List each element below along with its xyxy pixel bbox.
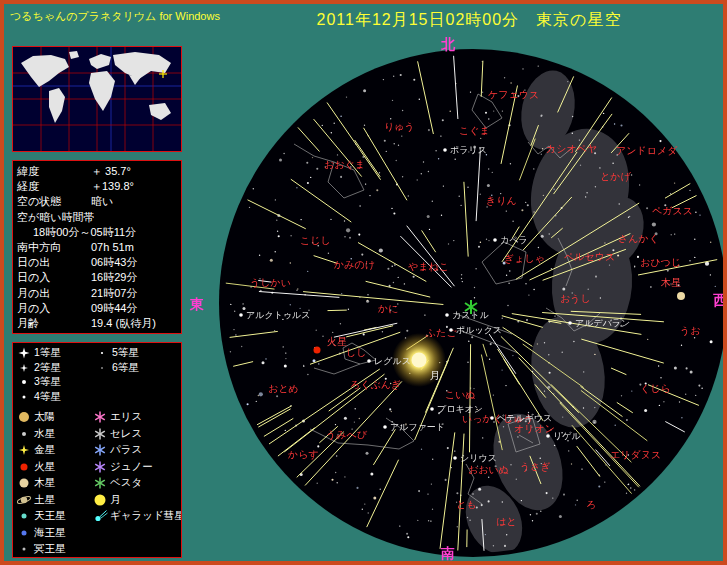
world-map[interactable] [13, 47, 181, 151]
star-label: ベテルギウス [497, 413, 552, 423]
legend-item-vesta: ベスタ [93, 475, 182, 492]
constellation-label: うしかい [250, 277, 291, 288]
info-row-sunset: 日の入16時29分 [17, 270, 177, 285]
star-label: カストル [452, 310, 489, 320]
legend-label: ジュノー [110, 460, 153, 474]
legend-item-moon: 月 [93, 492, 182, 509]
world-map-panel[interactable] [12, 46, 182, 152]
observation-info-rows: 緯度＋ 35.7°経度＋139.8°空の状態暗い空が暗い時間帯18時00分～05… [17, 164, 177, 331]
constellation-label: おひつじ [640, 257, 681, 268]
mag4-symbol [17, 390, 33, 404]
magnitude-label: 3等星 [34, 375, 61, 389]
legend-label: ベスタ [110, 476, 142, 490]
info-label: 経度 [17, 179, 91, 194]
ceres-symbol [93, 427, 109, 441]
info-value: ＋139.8° [91, 179, 134, 194]
pallas-symbol [93, 443, 109, 457]
constellation-label: ペルセウス [564, 251, 615, 262]
star-label: アルデバラン [575, 318, 630, 328]
constellation-label: おおいぬ [468, 464, 509, 475]
magnitude-row: 3等星 [17, 375, 177, 390]
sky-chart[interactable]: 月火星木星ケフェウスこぐまカシオペヤアンドロメダりゅうおおぐまとかげきりんペガス… [216, 46, 727, 560]
legend-item-sun: 太陽 [17, 409, 93, 426]
legend-item-comet-garradd: ギャラッド彗星 [93, 508, 182, 525]
legend-label: ギャラッド彗星 [110, 509, 182, 523]
constellation-label: はと [496, 516, 516, 527]
constellation-label: きりん [486, 195, 517, 206]
info-value: 19.4 (臥待月) [91, 316, 156, 331]
star-label: ポルックス [456, 325, 502, 335]
direction-label-east: 東 [190, 296, 204, 314]
legend-label: 木星 [34, 476, 55, 490]
constellation-label: うさぎ [520, 461, 551, 472]
magnitude-cell: 5等星 [95, 346, 173, 360]
direction-label-north: 北 [441, 36, 455, 54]
info-label: 空の状態 [17, 194, 91, 209]
legend-item-ceres: セレス [93, 426, 182, 443]
constellation-label: とかげ [600, 171, 631, 182]
constellation-label: オリオン [514, 423, 555, 434]
mag5-symbol [95, 346, 111, 360]
info-label: 空が暗い時間帯 [17, 210, 91, 225]
legend-item-saturn: 土星 [17, 492, 93, 509]
sky-map[interactable]: 月火星木星ケフェウスこぐまカシオペヤアンドロメダりゅうおおぐまとかげきりんペガス… [216, 46, 727, 560]
jupiter-symbol [17, 476, 33, 490]
constellation-label: とも [456, 499, 476, 510]
constellation-label: おうし [560, 293, 591, 304]
legend-item-venus: 金星 [17, 442, 93, 459]
magnitude-label: 1等星 [34, 346, 61, 360]
mag1-symbol [17, 346, 33, 360]
mars-marker[interactable] [314, 347, 321, 354]
mag3-symbol [17, 375, 33, 389]
info-label: 日の出 [17, 255, 91, 270]
info-row-latitude: 緯度＋ 35.7° [17, 164, 177, 179]
legend-label: 水星 [34, 427, 55, 441]
info-row-moonrise: 月の出21時07分 [17, 286, 177, 301]
pluto-symbol [17, 542, 33, 556]
object-legend-right: エリスセレスパラスジュノーベスタ月ギャラッド彗星 [93, 409, 182, 558]
moon-marker[interactable] [412, 353, 427, 368]
info-row-moon-age: 月齢19.4 (臥待月) [17, 316, 177, 331]
constellation-label: かに [378, 303, 398, 314]
legend-item-mars: 火星 [17, 459, 93, 476]
sky-title: 2011年12月15日02時00分 東京の星空 [214, 10, 724, 31]
legend-item-pluto: 冥王星 [17, 541, 93, 558]
constellation-label: おおぐま [324, 159, 365, 170]
constellation-label: おとめ [268, 383, 299, 394]
info-value: 21時07分 [91, 286, 137, 301]
observation-info-panel: 緯度＋ 35.7°経度＋139.8°空の状態暗い空が暗い時間帯18時00分～05… [12, 160, 182, 334]
legend-label: セレス [110, 427, 142, 441]
moon-label: 月 [430, 370, 440, 381]
info-value: 09時44分 [91, 301, 137, 316]
legend-label: 月 [110, 493, 121, 507]
constellation-label: エリダヌス [610, 449, 661, 460]
direction-label-west: 西 [713, 292, 727, 310]
jupiter-label: 木星 [660, 277, 681, 288]
info-value: 07h 51m [91, 240, 134, 255]
legend-label: 火星 [34, 460, 55, 474]
constellation-label: くじら [640, 383, 671, 394]
legend-item-neptune: 海王星 [17, 525, 93, 542]
info-value: 18時00分～05時11分 [33, 225, 136, 240]
legend-label: 天王星 [34, 509, 66, 523]
jupiter-marker[interactable] [677, 292, 685, 300]
constellation-label: こいぬ [445, 389, 476, 400]
star-label: シリウス [460, 453, 497, 463]
constellation-label: ぎょしゃ [504, 253, 545, 264]
legend-item-juno: ジュノー [93, 459, 182, 476]
legend-item-eris: エリス [93, 409, 182, 426]
info-row-sky-state: 空の状態暗い [17, 194, 177, 209]
info-value: 06時43分 [91, 255, 137, 270]
star-label: カペラ [500, 235, 528, 245]
constellation-label: ふたご [425, 327, 457, 338]
app-title: つるちゃんのプラネタリウム for Windows [10, 9, 220, 24]
legend-label: 土星 [34, 493, 55, 507]
star-label: リゲル [553, 431, 581, 441]
mars-symbol [17, 460, 33, 474]
magnitude-label: 6等星 [112, 361, 139, 375]
legend-label: 海王星 [34, 526, 66, 540]
constellation-label: やまねこ [408, 261, 449, 272]
saturn-symbol [17, 493, 33, 507]
info-row-dark-hours: 18時00分～05時11分 [17, 225, 177, 240]
info-row-dark-hours-label: 空が暗い時間帯 [17, 210, 177, 225]
